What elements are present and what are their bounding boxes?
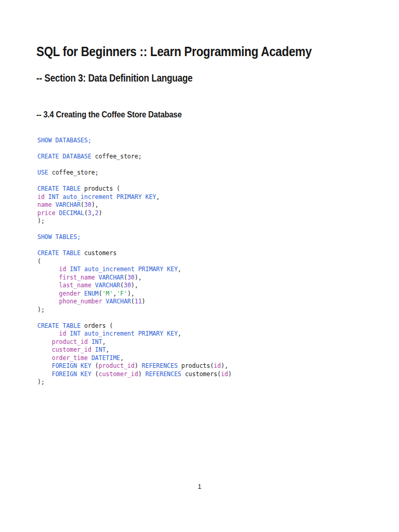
code-token: customer_id — [99, 370, 138, 378]
code-token — [37, 290, 59, 297]
code-token: ), — [127, 290, 135, 297]
code-token — [37, 338, 52, 345]
code-token: ( — [91, 362, 99, 369]
code-token: INT auto_increment PRIMARY KEY — [70, 330, 178, 337]
code-token: product_id — [99, 362, 135, 369]
code-token — [37, 282, 59, 289]
code-token: price — [37, 209, 56, 217]
code-token — [88, 338, 91, 345]
code-token: products( — [178, 362, 214, 369]
code-token: id — [221, 370, 228, 378]
code-token: ), — [135, 274, 142, 281]
code-token — [91, 346, 95, 353]
code-token: ), — [221, 362, 228, 369]
document-page: SQL for Beginners :: Learn Programming A… — [0, 0, 399, 532]
code-token: SHOW DATABASES; — [37, 137, 91, 144]
code-token: products ( — [81, 185, 120, 192]
code-token: ( — [81, 201, 84, 208]
code-token — [102, 298, 106, 305]
code-token: ); — [37, 217, 45, 224]
document-title: SQL for Beginners :: Learn Programming A… — [36, 44, 312, 60]
code-token — [88, 354, 91, 362]
code-token — [91, 282, 95, 289]
code-token: , — [178, 330, 181, 337]
code-token: ( — [131, 298, 135, 305]
code-token: INT — [95, 346, 106, 353]
code-token: 11 — [135, 298, 142, 305]
code-token — [37, 274, 59, 281]
code-token: VARCHAR — [99, 274, 124, 281]
code-token: , — [106, 346, 110, 353]
code-token — [45, 193, 48, 201]
code-token: last_name — [59, 282, 91, 289]
code-token — [37, 330, 59, 337]
code-token — [37, 370, 52, 378]
code-token: VARCHAR — [56, 201, 81, 208]
code-token: id — [59, 330, 66, 337]
code-token: , — [120, 354, 124, 362]
code-token: INT auto_increment PRIMARY KEY — [70, 265, 178, 273]
code-token: INT auto_increment PRIMARY KEY — [48, 193, 156, 201]
code-token — [95, 274, 99, 281]
code-token: 3 — [88, 209, 91, 217]
code-token — [37, 354, 52, 362]
code-token: 30 — [124, 282, 131, 289]
code-token: DECIMAL — [59, 209, 84, 217]
code-token: customers — [81, 249, 116, 257]
page-number: 1 — [0, 483, 399, 490]
code-token: id — [59, 265, 66, 273]
section-heading: -- Section 3: Data Definition Language — [36, 72, 193, 84]
code-token: 30 — [127, 274, 135, 281]
code-token: USE — [37, 169, 48, 176]
code-token: ) — [135, 362, 142, 369]
code-token — [37, 346, 52, 353]
code-token: ( — [37, 258, 41, 265]
code-token: INT — [91, 338, 102, 345]
code-token — [81, 290, 84, 297]
code-token: ENUM — [84, 290, 99, 297]
code-token: FOREIGN KEY — [52, 370, 91, 378]
code-token: ( — [99, 290, 102, 297]
subsection-heading: -- 3.4 Creating the Coffee Store Databas… — [36, 110, 182, 120]
code-token: CREATE TABLE — [37, 322, 81, 329]
code-token: ) — [99, 209, 102, 217]
code-token: ); — [37, 306, 45, 313]
code-token: 30 — [84, 201, 91, 208]
code-token: SHOW TABLES; — [37, 233, 81, 241]
code-token: CREATE TABLE — [37, 185, 81, 192]
code-token: orders ( — [81, 322, 113, 329]
code-token: ), — [131, 282, 138, 289]
code-token — [37, 298, 59, 305]
code-token: , — [91, 209, 95, 217]
code-token: id — [37, 193, 45, 201]
code-token: 2 — [95, 209, 99, 217]
code-token: first_name — [59, 274, 95, 281]
code-token: CREATE DATABASE — [37, 153, 91, 160]
code-token: , — [102, 338, 106, 345]
code-token — [56, 209, 59, 217]
code-token: ( — [91, 370, 99, 378]
code-token: FOREIGN KEY — [52, 362, 91, 369]
code-token: ), — [91, 201, 99, 208]
code-token — [37, 362, 52, 369]
code-token: ) — [142, 298, 145, 305]
code-token: product_id — [52, 338, 88, 345]
code-token: customers( — [181, 370, 221, 378]
code-token: 'F' — [116, 290, 127, 297]
code-token: phone_number — [59, 298, 102, 305]
sql-code-block: SHOW DATABASES; CREATE DATABASE coffee_s… — [37, 137, 232, 387]
code-token: , — [156, 193, 160, 201]
code-token: coffee_store; — [48, 169, 99, 176]
code-token: ); — [37, 378, 45, 385]
code-token: ( — [84, 209, 88, 217]
code-token: 'M' — [102, 290, 113, 297]
code-token: gender — [59, 290, 81, 297]
code-token: ) — [228, 370, 232, 378]
code-token: , — [178, 265, 181, 273]
code-token: VARCHAR — [106, 298, 131, 305]
code-token: DATETIME — [91, 354, 120, 362]
code-token — [37, 265, 59, 273]
code-token: VARCHAR — [95, 282, 120, 289]
code-token: id — [214, 362, 221, 369]
code-token: customer_id — [52, 346, 91, 353]
